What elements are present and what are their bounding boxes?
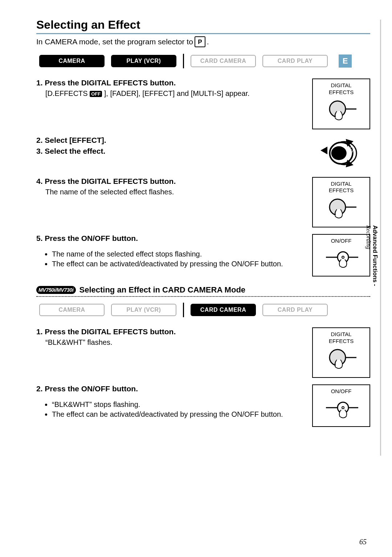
step-number: 1. xyxy=(36,327,43,336)
side-tab: Advanced Functions - Recording xyxy=(365,225,378,286)
step-heading: Press the DIGITAL EFFECTS button. xyxy=(45,177,176,185)
step-desc-suffix: ], [FADER], [EFFECT] and [MULTI-S] appea… xyxy=(102,89,249,97)
illustration-digital-effects: DIGITAL EFFECTS xyxy=(312,78,370,129)
mode-row-bottom: CAMERA PLAY (VCR) CARD CAMERA CARD PLAY xyxy=(39,303,370,317)
mode-chip: PLAY (VCR) xyxy=(111,304,176,316)
mode-chip: CARD CAMERA xyxy=(191,55,256,67)
step-item: 2. Press the ON/OFF button. “BLK&WHT” st… xyxy=(36,384,370,427)
subheading: Selecting an Effect in CARD CAMERA Mode xyxy=(79,285,246,295)
mode-separator xyxy=(183,303,184,317)
page-title: Selecting an Effect xyxy=(36,18,370,34)
off-chip-icon: OFF xyxy=(90,91,102,97)
manual-page: Selecting an Effect In CAMERA mode, set … xyxy=(0,0,392,557)
side-ornament xyxy=(380,20,381,456)
model-badge: MV750i/MV730i xyxy=(36,286,76,294)
step-number: 1. xyxy=(36,78,43,87)
mode-row-top: CAMERA PLAY (VCR) CARD CAMERA CARD PLAY … xyxy=(39,54,370,68)
illus-label-line1: DIGITAL xyxy=(331,181,351,187)
illustration-onoff: ON/OFF xyxy=(312,384,370,427)
step-bullet: The effect can be activated/deactivated … xyxy=(52,410,304,419)
step-desc: The name of the selected effect flashes. xyxy=(45,188,304,196)
mode-separator xyxy=(183,54,184,68)
step-number: 2. xyxy=(36,136,43,144)
step-number: 4. xyxy=(36,177,43,185)
svg-point-4 xyxy=(331,146,347,160)
mode-chip: CAMERA xyxy=(39,55,105,67)
step-bullet: The effect can be activated/deactivated … xyxy=(52,260,304,268)
illustration-digital-effects: DIGITAL EFFECTS xyxy=(312,327,370,378)
press-button-icon xyxy=(323,196,359,222)
step-item: 4. Press the DIGITAL EFFECTS button. The… xyxy=(36,177,370,228)
step-heading: Press the ON/OFF button. xyxy=(45,234,138,242)
illustration-set-dial: SET xyxy=(312,136,370,170)
step-heading: Select the effect. xyxy=(45,147,105,155)
set-dial-icon: SET xyxy=(316,136,367,170)
illus-label-line1: ON/OFF xyxy=(331,238,352,244)
press-small-button-icon xyxy=(323,247,359,272)
dotted-divider xyxy=(36,296,370,297)
step-item: 2. Select [EFFECT]. 3. Select the effect… xyxy=(36,136,370,170)
mode-chip: PLAY (VCR) xyxy=(111,55,176,67)
illus-label-line1: DIGITAL xyxy=(331,82,351,88)
step-heading: Press the ON/OFF button. xyxy=(45,384,138,393)
step-bullet: “BLK&WHT” stops flashing. xyxy=(52,400,304,409)
program-selector-p-icon: P xyxy=(195,36,205,47)
mode-chip: CAMERA xyxy=(39,304,105,316)
illus-label-line2: EFFECTS xyxy=(329,187,354,193)
side-section: Advanced Functions - xyxy=(372,225,378,286)
mode-chip: CARD PLAY xyxy=(262,55,328,67)
intro-suffix: . xyxy=(207,37,209,46)
svg-marker-5 xyxy=(320,146,327,154)
press-small-button-icon xyxy=(323,397,359,423)
illus-label-line2: EFFECTS xyxy=(329,89,354,95)
intro-line: In CAMERA mode, set the program selector… xyxy=(36,36,370,47)
subheading-row: MV750i/MV730i Selecting an Effect in CAR… xyxy=(36,285,370,295)
mode-chip: CARD PLAY xyxy=(262,304,328,316)
step-heading: Select [EFFECT]. xyxy=(45,136,106,144)
step-item: 1. Press the DIGITAL EFFECTS button. [D.… xyxy=(36,78,370,129)
intro-prefix: In CAMERA mode, set the program selector… xyxy=(36,37,193,46)
step-number: 5. xyxy=(36,234,43,242)
mode-chip: CARD CAMERA xyxy=(191,304,256,316)
step-heading: Press the DIGITAL EFFECTS button. xyxy=(45,78,176,87)
illustration-digital-effects: DIGITAL EFFECTS xyxy=(312,177,370,228)
illus-label-line1: ON/OFF xyxy=(331,388,352,394)
step-desc-prefix: [D.EFFECTS xyxy=(45,89,90,97)
side-category: Recording xyxy=(366,225,372,249)
illus-label-line1: DIGITAL xyxy=(331,331,351,337)
step-number: 3. xyxy=(36,147,43,155)
press-button-icon xyxy=(323,98,359,124)
step-bullet: The name of the selected effect stops fl… xyxy=(52,250,304,258)
step-item: 1. Press the DIGITAL EFFECTS button. “BL… xyxy=(36,327,370,378)
illustration-onoff: ON/OFF xyxy=(312,234,370,277)
step-desc: “BLK&WHT” flashes. xyxy=(45,338,304,347)
step-item: 5. Press the ON/OFF button. The name of … xyxy=(36,234,370,277)
e-tab-icon: E xyxy=(339,55,352,68)
press-button-icon xyxy=(323,347,359,372)
page-number: 65 xyxy=(359,538,367,546)
illus-label-line2: EFFECTS xyxy=(329,338,354,344)
step-number: 2. xyxy=(36,384,43,393)
step-heading: Press the DIGITAL EFFECTS button. xyxy=(45,327,176,336)
